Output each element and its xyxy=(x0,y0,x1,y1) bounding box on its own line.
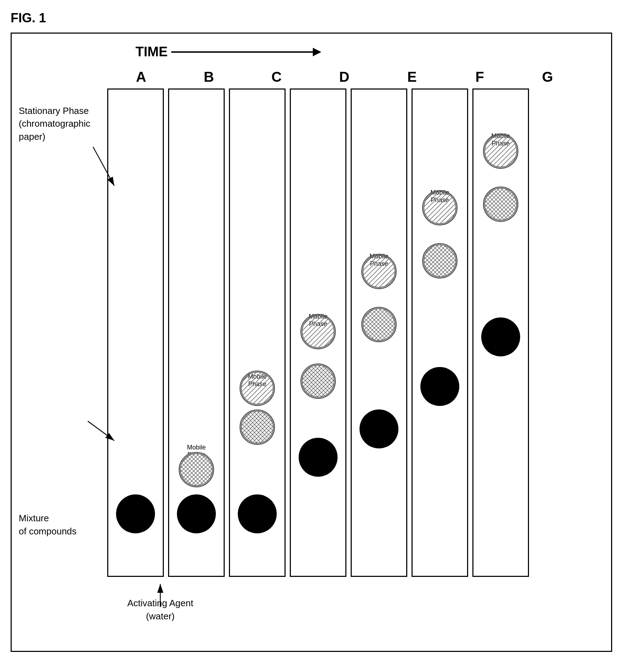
svg-point-12 xyxy=(302,365,334,397)
circle-solid-f xyxy=(420,367,459,406)
activating-agent-label: Activating Agent(water) xyxy=(121,597,199,623)
circle-solid-a xyxy=(116,494,155,533)
circle-crosshatch-f xyxy=(422,243,458,279)
column-d: MobilePhase xyxy=(290,88,346,577)
circle-diag-e xyxy=(361,254,397,289)
column-a xyxy=(107,88,164,577)
svg-point-2 xyxy=(180,454,212,486)
column-b: MobilePhase xyxy=(168,88,225,577)
mixture-label: Mixtureof compounds xyxy=(19,512,90,538)
column-labels: A B C D E F G xyxy=(107,69,581,85)
circle-diag-f xyxy=(422,190,458,225)
fig-title: FIG. 1 xyxy=(11,11,633,25)
circle-crosshatch-g xyxy=(483,187,518,222)
col-label-c: C xyxy=(247,69,307,85)
circle-diag-d xyxy=(300,314,336,349)
circle-solid-g xyxy=(481,317,520,356)
col-label-f: F xyxy=(450,69,510,85)
svg-point-17 xyxy=(363,309,395,340)
circle-solid-c xyxy=(238,494,277,533)
circle-crosshatch-e xyxy=(361,307,397,342)
svg-point-4 xyxy=(241,372,273,404)
stationary-phase-label: Stationary Phase(chromatographicpaper) xyxy=(19,104,97,143)
col-label-d: D xyxy=(314,69,374,85)
svg-point-27 xyxy=(485,188,517,220)
columns-area: MobilePhase xyxy=(107,88,588,577)
column-f: MobilePhase xyxy=(412,88,468,577)
time-section: TIME xyxy=(136,44,321,59)
svg-point-9 xyxy=(302,316,334,348)
svg-point-24 xyxy=(485,135,517,167)
col-label-e: E xyxy=(382,69,442,85)
diagram: TIME A B C D E F G Mob xyxy=(11,33,612,652)
circle-solid-e xyxy=(360,409,398,448)
arrow-line xyxy=(171,51,313,53)
column-g: MobilePhase xyxy=(472,88,529,577)
col-label-g: G xyxy=(517,69,577,85)
svg-point-14 xyxy=(363,256,395,287)
page-container: FIG. 1 TIME A B C D E F G xyxy=(11,11,633,655)
circle-diag-g xyxy=(483,133,518,169)
time-arrow xyxy=(171,48,321,56)
column-e: MobilePhase xyxy=(351,88,407,577)
circle-solid-b xyxy=(177,494,216,533)
column-c: MobilePhase xyxy=(229,88,286,577)
col-label-b: B xyxy=(179,69,239,85)
circle-solid-d xyxy=(299,438,338,477)
svg-point-22 xyxy=(424,245,456,277)
arrow-head xyxy=(313,48,321,56)
circle-crosshatch-c xyxy=(240,409,275,445)
circle-crosshatch-b xyxy=(179,452,214,487)
svg-point-7 xyxy=(241,411,273,443)
svg-point-19 xyxy=(424,192,456,224)
time-label: TIME xyxy=(136,44,168,59)
circle-crosshatch-d xyxy=(300,363,336,399)
circle-diag-c xyxy=(240,371,275,406)
col-label-a: A xyxy=(111,69,171,85)
